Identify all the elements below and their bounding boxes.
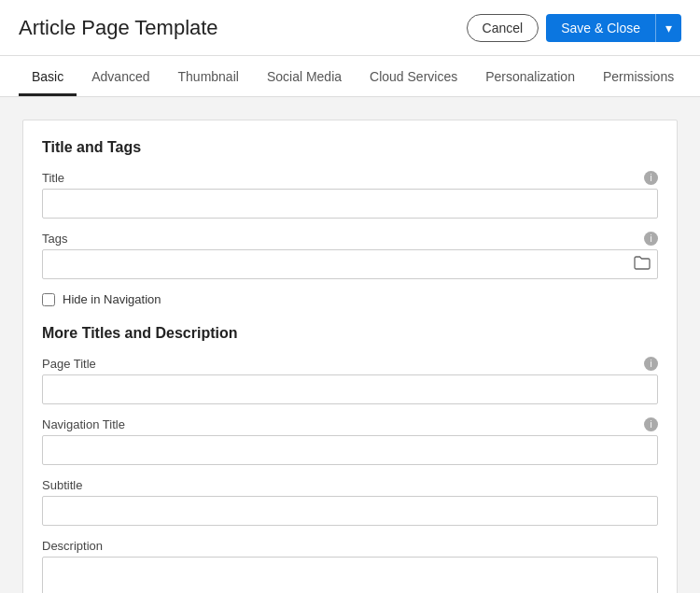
- cancel-button[interactable]: Cancel: [467, 14, 539, 42]
- subtitle-field-group: Subtitle: [42, 478, 658, 526]
- description-label: Description: [42, 539, 658, 553]
- hide-nav-checkbox[interactable]: [42, 293, 55, 306]
- title-info-icon[interactable]: i: [644, 171, 658, 185]
- section-title-tags: Title and Tags Title i Tags i: [42, 139, 658, 306]
- title-input[interactable]: [42, 189, 658, 219]
- tab-basic[interactable]: Basic: [19, 60, 77, 96]
- nav-title-info-icon[interactable]: i: [644, 417, 658, 431]
- tags-wrapper: [42, 249, 658, 279]
- subtitle-label: Subtitle: [42, 478, 658, 492]
- header-actions: Cancel Save & Close ▾: [467, 14, 681, 42]
- tab-bar: Basic Advanced Thumbnail Social Media Cl…: [0, 56, 700, 97]
- description-field-group: Description: [42, 539, 658, 593]
- page-title-info-icon[interactable]: i: [644, 357, 658, 371]
- tab-advanced[interactable]: Advanced: [78, 60, 162, 96]
- tags-field-group: Tags i: [42, 232, 658, 279]
- save-group: Save & Close ▾: [546, 14, 681, 42]
- subtitle-input[interactable]: [42, 496, 658, 526]
- tab-permissions[interactable]: Permissions: [590, 60, 687, 96]
- tab-cloud-services[interactable]: Cloud Services: [357, 60, 470, 96]
- page-title-input[interactable]: [42, 374, 658, 404]
- page-header: Article Page Template Cancel Save & Clos…: [0, 0, 700, 56]
- folder-icon[interactable]: [634, 256, 651, 274]
- title-field-group: Title i: [42, 171, 658, 219]
- title-label: Title i: [42, 171, 658, 185]
- section2-heading: More Titles and Description: [42, 325, 658, 342]
- tags-input[interactable]: [42, 249, 658, 279]
- nav-title-input[interactable]: [42, 435, 658, 465]
- save-close-button[interactable]: Save & Close: [546, 14, 655, 42]
- hide-nav-label: Hide in Navigation: [63, 292, 161, 306]
- page-title: Article Page Template: [19, 16, 218, 40]
- chevron-down-icon: ▾: [665, 21, 672, 35]
- hide-nav-row: Hide in Navigation: [42, 292, 658, 306]
- description-textarea[interactable]: [42, 557, 658, 593]
- nav-title-field-group: Navigation Title i: [42, 417, 658, 465]
- section1-heading: Title and Tags: [42, 139, 658, 156]
- form-panel: Title and Tags Title i Tags i: [22, 120, 678, 593]
- page-title-label: Page Title i: [42, 357, 658, 371]
- page-title-field-group: Page Title i: [42, 357, 658, 404]
- tab-thumbnail[interactable]: Thumbnail: [165, 60, 252, 96]
- tab-social-media[interactable]: Social Media: [254, 60, 355, 96]
- tags-label: Tags i: [42, 232, 658, 246]
- save-dropdown-button[interactable]: ▾: [655, 14, 681, 42]
- section-more-titles: More Titles and Description Page Title i…: [42, 325, 658, 593]
- nav-title-label: Navigation Title i: [42, 417, 658, 431]
- tags-info-icon[interactable]: i: [644, 232, 658, 246]
- tab-personalization[interactable]: Personalization: [472, 60, 588, 96]
- main-content: Title and Tags Title i Tags i: [0, 97, 700, 593]
